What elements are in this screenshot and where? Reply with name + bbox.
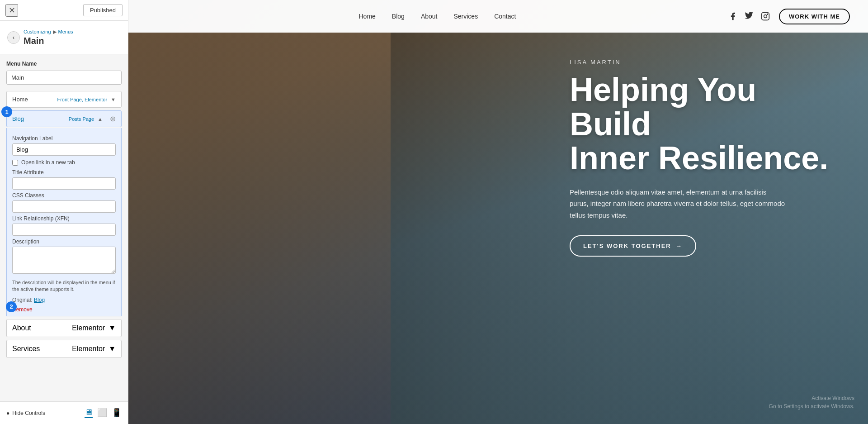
tablet-icon[interactable]: ⬜: [97, 408, 107, 418]
breadcrumb: Customizing ▶ Menus Main: [24, 29, 73, 46]
hero-headline: Helping You Build Inner Resilience.: [570, 73, 832, 176]
blog-expanded-form: Navigation Label Open link in a new tab …: [6, 128, 122, 316]
svg-point-1: [764, 15, 767, 18]
nav-about-link[interactable]: About: [421, 13, 438, 20]
eye-icon: ●: [6, 410, 9, 416]
about-item-tag: Elementor: [72, 324, 105, 332]
home-item-label: Home: [12, 96, 28, 103]
hero-content: LISA MARTIN Helping You Build Inner Resi…: [570, 59, 832, 257]
services-chevron-icon[interactable]: ▼: [108, 345, 116, 353]
open-new-tab-checkbox[interactable]: [12, 160, 18, 166]
menu-name-input[interactable]: [6, 71, 122, 85]
close-button[interactable]: ✕: [5, 4, 18, 17]
menu-item-blog[interactable]: 1 Blog Posts Page ▲ ⊕: [6, 110, 122, 127]
hide-controls-label: Hide Controls: [12, 410, 45, 416]
home-chevron-icon[interactable]: ▼: [111, 97, 116, 102]
nav-links: Home Blog About Services Contact: [146, 13, 728, 20]
preview-navbar: Home Blog About Services Contact WORK WI…: [128, 0, 868, 33]
menu-name-label: Menu Name: [6, 61, 122, 67]
hero-cta-label: LET'S WORK TOGETHER: [583, 243, 671, 249]
link-rel-label: Link Relationship (XFN): [12, 215, 116, 222]
desktop-icon[interactable]: 🖥: [85, 408, 93, 418]
hero-subtext: Pellentesque odio aliquam vitae amet, el…: [570, 186, 787, 221]
instagram-icon[interactable]: [761, 12, 770, 21]
hero-cta-button[interactable]: LET'S WORK TOGETHER →: [570, 235, 696, 257]
menu-item-services[interactable]: Services Elementor ▼: [6, 340, 122, 358]
css-classes-input[interactable]: [12, 200, 116, 213]
panel-content: Menu Name Home Front Page, Elementor ▼ 1…: [0, 54, 128, 401]
description-label: Description: [12, 238, 116, 245]
social-icons: [728, 12, 770, 21]
about-chevron-icon[interactable]: ▼: [108, 324, 116, 332]
top-bar: ✕ Published: [0, 0, 128, 21]
description-helper-text: The description will be displayed in the…: [12, 279, 116, 293]
css-classes-label: CSS Classes: [12, 192, 116, 199]
breadcrumb-path: Customizing ▶ Menus: [24, 29, 73, 35]
home-item-tag: Front Page, Elementor: [57, 97, 107, 102]
breadcrumb-separator: ▶: [53, 29, 57, 35]
drag-handle-icon[interactable]: ⊕: [110, 114, 116, 123]
nav-blog-link[interactable]: Blog: [392, 13, 405, 20]
blog-item-tag: Posts Page: [69, 116, 94, 122]
link-rel-input[interactable]: [12, 224, 116, 236]
title-attr-input[interactable]: [12, 177, 116, 190]
back-button[interactable]: ‹: [7, 31, 20, 44]
open-new-tab-label: Open link in a new tab: [21, 159, 75, 166]
breadcrumb-customizing-link[interactable]: Customizing: [24, 29, 51, 34]
device-icons-group: 🖥 ⬜ 📱: [85, 408, 122, 418]
facebook-icon[interactable]: [728, 12, 737, 21]
hero-cta-arrow-icon: →: [676, 243, 683, 249]
blog-chevron-up-icon[interactable]: ▲: [98, 116, 103, 122]
person-area: [128, 33, 391, 424]
services-item-tag: Elementor: [72, 345, 105, 353]
nav-cta-button[interactable]: WORK WITH ME: [779, 9, 850, 24]
annotation-badge-2: 2: [6, 301, 17, 312]
breadcrumb-bar: ‹ Customizing ▶ Menus Main: [0, 21, 128, 54]
menu-item-about[interactable]: About Elementor ▼: [6, 319, 122, 337]
menu-item-home[interactable]: Home Front Page, Elementor ▼: [6, 91, 122, 108]
twitter-icon[interactable]: [745, 12, 754, 21]
original-blog-link[interactable]: Blog: [34, 297, 45, 303]
svg-rect-0: [762, 13, 769, 20]
annotation-badge-1: 1: [1, 106, 12, 117]
nav-label-input[interactable]: [12, 143, 116, 156]
about-item-label: About: [12, 324, 31, 332]
hide-controls-button[interactable]: ● Hide Controls: [6, 410, 45, 416]
nav-home-link[interactable]: Home: [359, 13, 375, 20]
description-textarea[interactable]: [12, 247, 116, 274]
nav-services-link[interactable]: Services: [453, 13, 478, 20]
breadcrumb-title: Main: [24, 36, 73, 46]
svg-point-2: [767, 14, 768, 15]
preview-panel: Home Blog About Services Contact WORK WI…: [128, 0, 868, 424]
hero-name: LISA MARTIN: [570, 59, 832, 66]
left-customizer-panel: ✕ Published ‹ Customizing ▶ Menus Main M…: [0, 0, 128, 424]
services-item-label: Services: [12, 345, 40, 353]
nav-label-field-label: Navigation Label: [12, 135, 116, 142]
nav-contact-link[interactable]: Contact: [494, 13, 516, 20]
title-attr-label: Title Attribute: [12, 169, 116, 176]
bottom-bar: ● Hide Controls 🖥 ⬜ 📱: [0, 401, 128, 424]
published-button[interactable]: Published: [83, 4, 123, 16]
mobile-icon[interactable]: 📱: [112, 408, 122, 418]
blog-item-label: Blog: [12, 115, 24, 122]
breadcrumb-menus-link[interactable]: Menus: [58, 29, 73, 34]
original-line: Original: Blog: [12, 297, 116, 303]
